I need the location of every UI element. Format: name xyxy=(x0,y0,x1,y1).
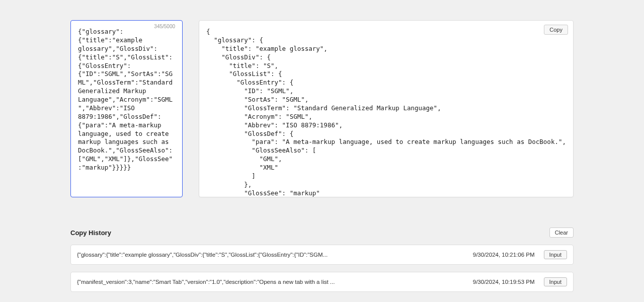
copy-button[interactable]: Copy xyxy=(544,25,568,35)
history-time: 9/30/2024, 10:21:06 PM xyxy=(473,252,535,258)
history-input-button[interactable]: Input xyxy=(544,250,567,259)
history-text: {"glossary":{"title":"example glossary",… xyxy=(77,252,467,258)
char-counter: 345/5000 xyxy=(153,24,176,29)
json-output-panel: Copy { "glossary": { "title": "example g… xyxy=(199,20,574,197)
history-time: 9/30/2024, 10:19:53 PM xyxy=(473,279,535,285)
json-output: { "glossary": { "title": "example glossa… xyxy=(199,21,573,197)
history-title: Copy History xyxy=(70,229,111,237)
history-text: {"manifest_version":3,"name":"Smart Tab"… xyxy=(77,279,467,285)
json-input[interactable] xyxy=(71,21,182,197)
history-item: {"manifest_version":3,"name":"Smart Tab"… xyxy=(70,272,574,292)
history-item: {"glossary":{"title":"example glossary",… xyxy=(70,245,574,265)
history-input-button[interactable]: Input xyxy=(544,277,567,286)
json-input-panel: 345/5000 xyxy=(70,20,183,197)
clear-button[interactable]: Clear xyxy=(549,228,574,238)
